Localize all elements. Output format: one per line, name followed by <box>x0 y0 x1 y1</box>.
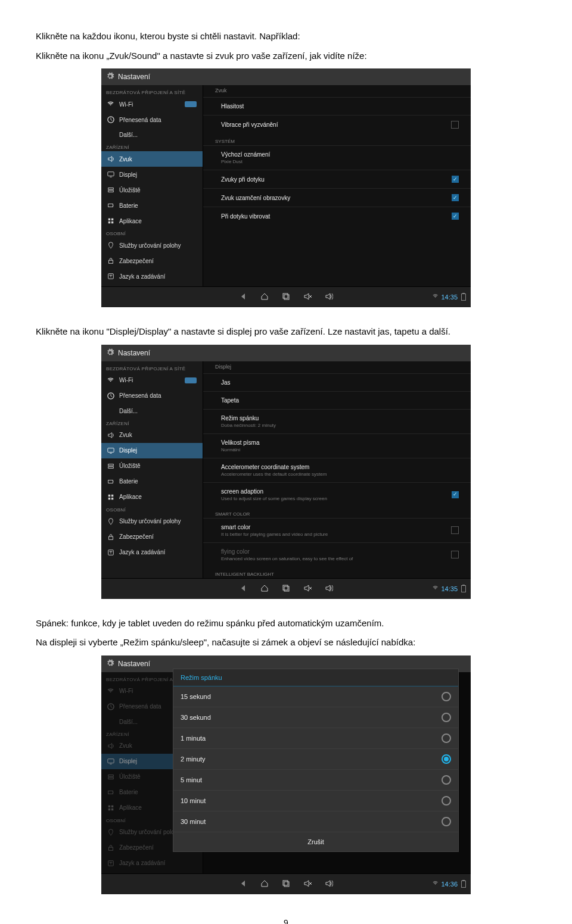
sidebar-item-wifi[interactable]: Wi-Fi <box>101 96 203 112</box>
recent-button[interactable] <box>282 292 290 302</box>
sidebar-item-location[interactable]: Služby určování polohy <box>101 238 203 253</box>
row-fontsize[interactable]: Velikost písmaNormální <box>203 433 471 458</box>
storage-icon <box>107 773 114 781</box>
data-icon <box>107 703 114 710</box>
page-number: 9 <box>36 918 536 925</box>
radio-selected[interactable] <box>442 754 451 764</box>
sidebar: BEZDRÁTOVÁ PŘIPOJENÍ A SÍTĚ Wi-Fi Přenes… <box>101 361 203 578</box>
row-brightness[interactable]: Jas <box>203 373 471 391</box>
row-label: Velikost písma <box>221 439 259 446</box>
volume-button[interactable] <box>325 584 333 594</box>
sidebar-item-display[interactable]: Displej <box>101 443 203 458</box>
sleep-option[interactable]: 30 sekund <box>173 707 458 728</box>
row-vibrate-ring[interactable]: Vibrace při vyzvánění <box>203 115 471 134</box>
sidebar-label: Úložiště <box>119 463 141 469</box>
checkbox[interactable] <box>451 121 459 129</box>
row-volume[interactable]: Hlasitost <box>203 97 471 115</box>
sleep-option[interactable]: 2 minuty <box>173 749 458 770</box>
home-button[interactable] <box>260 879 269 889</box>
row-sleep[interactable]: Režim spánkuDoba nečinnosti: 2 minuty <box>203 409 471 433</box>
back-button[interactable] <box>239 292 247 302</box>
sidebar-item-more[interactable]: Další... <box>101 404 203 419</box>
row-sub: It is better for playing games and video… <box>221 532 328 537</box>
back-button[interactable] <box>239 879 247 889</box>
sidebar-item-sound[interactable]: Zvuk <box>101 151 203 167</box>
radio[interactable] <box>442 692 451 701</box>
sidebar-item-security[interactable]: Zabezpečení <box>101 529 203 545</box>
radio[interactable] <box>442 733 451 743</box>
sidebar-item-language[interactable]: Jazyk a zadávání <box>101 545 203 560</box>
checkbox[interactable]: ✓ <box>452 176 459 183</box>
home-button[interactable] <box>260 292 269 302</box>
volume-mute-button[interactable] <box>303 292 312 302</box>
checkbox[interactable]: ✓ <box>452 194 459 201</box>
row-label: screen adaption <box>221 488 263 495</box>
row-wallpaper[interactable]: Tapeta <box>203 391 471 409</box>
volume-button[interactable] <box>325 292 333 302</box>
row-screen-adaption[interactable]: screen adaptionUsed to adjust size of so… <box>203 482 471 507</box>
sidebar-item-language: Jazyk a zadávání <box>101 856 203 871</box>
recent-button[interactable] <box>282 879 290 889</box>
row-lock-sound[interactable]: Zvuk uzamčení obrazovky✓ <box>203 188 471 207</box>
sleep-option[interactable]: 1 minuta <box>173 728 458 749</box>
sidebar-item-data[interactable]: Přenesená data <box>101 388 203 404</box>
volume-button[interactable] <box>325 879 333 889</box>
sound-icon <box>107 742 114 750</box>
sidebar-item-more[interactable]: Další... <box>101 127 203 142</box>
settings-icon <box>106 72 114 82</box>
home-button[interactable] <box>260 584 269 594</box>
sleep-option[interactable]: 5 minut <box>173 770 458 791</box>
sleep-option[interactable]: 15 sekund <box>173 686 458 707</box>
location-icon <box>107 518 114 525</box>
sidebar-label: Wi-Fi <box>119 688 133 694</box>
wifi-toggle[interactable] <box>185 101 197 107</box>
sidebar-item-location[interactable]: Služby určování polohy <box>101 514 203 529</box>
back-button[interactable] <box>239 584 247 594</box>
row-smart-color[interactable]: smart colorIt is better for playing game… <box>203 518 471 542</box>
battery-status-icon <box>461 294 466 301</box>
sidebar-item-battery[interactable]: Baterie <box>101 474 203 489</box>
radio[interactable] <box>442 817 451 826</box>
row-label: Hlasitost <box>221 103 244 110</box>
volume-mute-button[interactable] <box>303 879 312 889</box>
row-touch-sounds[interactable]: Zvuky při dotyku✓ <box>203 170 471 188</box>
sidebar-item-battery[interactable]: Baterie <box>101 198 203 213</box>
volume-mute-button[interactable] <box>303 584 312 594</box>
wifi-status-icon <box>433 585 439 592</box>
sidebar-item-display[interactable]: Displej <box>101 167 203 182</box>
row-label: Tapeta <box>221 397 239 404</box>
sidebar-item-apps[interactable]: Aplikace <box>101 489 203 505</box>
row-accelerometer[interactable]: Accelerometer coordinate systemAccelerom… <box>203 458 471 482</box>
status-clock: 14:35 <box>441 585 458 592</box>
row-label: Zvuky při dotyku <box>221 176 265 183</box>
row-default-notification[interactable]: Výchozí oznámeníPixie Dust <box>203 145 471 170</box>
sidebar-item-storage[interactable]: Úložiště <box>101 182 203 198</box>
sidebar-item-data[interactable]: Přenesená data <box>101 112 203 127</box>
row-sub: Doba nečinnosti: 2 minuty <box>221 423 276 428</box>
checkbox[interactable] <box>451 526 459 534</box>
checkbox[interactable]: ✓ <box>452 213 459 220</box>
sleep-option[interactable]: 30 minut <box>173 811 458 832</box>
row-label: Výchozí oznámení <box>221 151 270 158</box>
sidebar-item-wifi[interactable]: Wi-Fi <box>101 373 203 388</box>
settings-icon <box>106 348 114 358</box>
radio[interactable] <box>442 796 451 806</box>
radio[interactable] <box>442 775 451 785</box>
sidebar-item-storage[interactable]: Úložiště <box>101 458 203 474</box>
recent-button[interactable] <box>282 584 290 594</box>
sidebar-item-security[interactable]: Zabezpečení <box>101 253 203 269</box>
sidebar-item-language[interactable]: Jazyk a zadávání <box>101 269 203 284</box>
sidebar-item-sound[interactable]: Zvuk <box>101 427 203 443</box>
sleep-option[interactable]: 10 minut <box>173 791 458 811</box>
checkbox[interactable]: ✓ <box>452 491 459 498</box>
battery-icon <box>107 202 114 209</box>
cancel-button[interactable]: Zrušit <box>173 832 458 851</box>
radio[interactable] <box>442 713 451 722</box>
app-titlebar: Nastavení <box>101 345 471 361</box>
row-label: Jas <box>221 379 231 386</box>
wifi-toggle[interactable] <box>185 377 197 383</box>
lock-icon <box>107 257 114 264</box>
row-touch-vibrate[interactable]: Při dotyku vibrovat✓ <box>203 207 471 225</box>
para-1: Klikněte na každou ikonu, kterou byste s… <box>36 30 536 43</box>
sidebar-item-apps[interactable]: Aplikace <box>101 213 203 229</box>
